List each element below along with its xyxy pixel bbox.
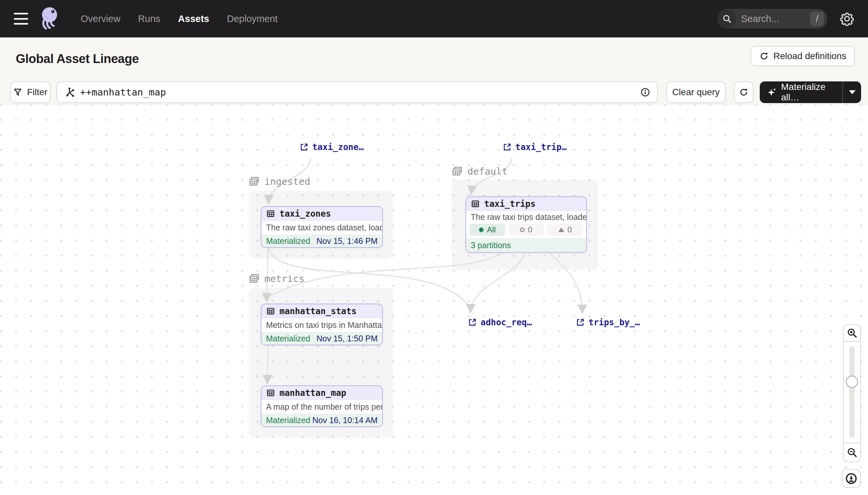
zoom-out-icon [846, 447, 857, 458]
download-view-button[interactable] [842, 469, 861, 488]
external-link-icon [502, 142, 512, 152]
failed-triangle-icon [558, 227, 564, 232]
asset-title: manhattan_stats [280, 306, 357, 316]
zoom-in-button[interactable] [843, 324, 861, 341]
reload-definitions-label: Reload definitions [773, 51, 846, 62]
asset-node-taxi-zones[interactable]: taxi_zones The raw taxi zones dataset, l… [261, 206, 383, 248]
download-icon [845, 472, 857, 485]
partition-pill-failed: 0 [547, 224, 583, 236]
group-icon [452, 166, 463, 177]
refresh-icon [739, 87, 749, 97]
primary-nav: Overview Runs Assets Deployment [81, 14, 278, 24]
asset-title: manhattan_map [280, 388, 347, 398]
table-icon [266, 388, 275, 397]
asset-selection-input-box[interactable] [56, 81, 658, 103]
refresh-graph-button[interactable] [734, 81, 754, 103]
asset-status-row: Materialized Nov 15, 1:50 PM [262, 332, 382, 345]
asset-node-header: taxi_trips [466, 197, 586, 211]
asset-node-manhattan-stats[interactable]: manhattan_stats Metrics on taxi trips in… [261, 304, 383, 345]
zoom-slider-track[interactable] [849, 346, 854, 438]
materialize-all-label: Materialize all… [781, 82, 843, 103]
global-search[interactable]: / [718, 9, 827, 29]
group-icon [249, 273, 260, 284]
search-shortcut-badge: / [810, 12, 824, 26]
zoom-slider-handle[interactable] [846, 376, 858, 388]
asset-node-manhattan-map[interactable]: manhattan_map A map of the number of tri… [261, 386, 383, 427]
group-label-metrics[interactable]: metrics [249, 273, 304, 284]
materialize-dropdown-button[interactable] [843, 81, 861, 103]
dagster-logo-icon[interactable] [37, 5, 62, 33]
filter-funnel-icon [13, 87, 23, 97]
group-name: ingested [264, 176, 310, 187]
nav-link-assets[interactable]: Assets [178, 14, 209, 24]
page-header: Global Asset Lineage Reload definitions … [0, 37, 868, 104]
zoom-out-button[interactable] [843, 443, 861, 462]
missing-ring-icon [520, 227, 525, 232]
group-label-default[interactable]: default [452, 166, 508, 177]
table-icon [471, 199, 480, 208]
external-link-icon [468, 318, 477, 327]
nav-link-runs[interactable]: Runs [138, 14, 160, 24]
status-badge: Materialized [266, 236, 310, 246]
group-label-ingested[interactable]: ingested [249, 176, 310, 187]
dagster-app: Overview Runs Assets Deployment / Global… [0, 0, 868, 495]
asset-status-row: Materialized Nov 16, 10:14 AM [262, 414, 382, 426]
hamburger-menu-icon[interactable] [14, 13, 28, 24]
query-info-icon[interactable] [640, 87, 651, 98]
external-link-icon [300, 142, 309, 152]
asset-status-row: Materialized Nov 15, 1:46 PM [262, 235, 382, 247]
settings-gear-icon[interactable] [839, 11, 855, 27]
partition-pill-count: 0 [568, 225, 572, 234]
group-icon [249, 176, 260, 187]
asset-title: taxi_trips [484, 199, 536, 209]
zoom-in-icon [846, 327, 857, 338]
reload-definitions-button[interactable]: Reload definitions [750, 46, 855, 66]
asset-selection-input[interactable] [80, 87, 640, 98]
partition-pill-missing: 0 [508, 224, 544, 236]
external-link-icon [576, 318, 585, 327]
materialized-dot-icon [479, 227, 483, 232]
asset-selection-icon [64, 87, 75, 98]
materialization-timestamp: Nov 16, 10:14 AM [312, 415, 377, 425]
materialization-timestamp: Nov 15, 1:46 PM [317, 236, 377, 246]
group-name: metrics [264, 273, 304, 284]
asset-node-taxi-trips[interactable]: taxi_trips The raw taxi trips dataset, l… [465, 196, 587, 253]
asset-title: taxi_zones [280, 209, 331, 219]
group-name: default [467, 166, 508, 177]
materialize-all-button[interactable]: Materialize all… [760, 81, 843, 103]
asset-link-taxi-zone[interactable]: taxi_zone… [300, 142, 364, 152]
asset-link-adhoc-req[interactable]: adhoc_req… [468, 318, 532, 327]
status-badge: Materialized [266, 415, 310, 425]
asset-node-header: taxi_zones [262, 207, 382, 221]
chevron-down-icon [849, 90, 855, 94]
nav-link-deployment[interactable]: Deployment [227, 14, 278, 24]
asset-description: The raw taxi zones dataset, loaded int..… [262, 221, 382, 235]
partitions-count: 3 partitions [471, 241, 511, 250]
asset-link-label: trips_by_… [588, 318, 640, 327]
asset-description: The raw taxi trips dataset, loaded into … [466, 211, 586, 223]
reload-icon [759, 51, 769, 61]
nav-link-overview[interactable]: Overview [81, 14, 120, 24]
asset-link-label: taxi_trip… [515, 142, 567, 152]
asset-description: A map of the number of trips per taxi z.… [262, 400, 382, 414]
asset-link-label: adhoc_req… [481, 318, 532, 327]
page-title: Global Asset Lineage [16, 52, 139, 66]
table-icon [266, 307, 275, 316]
lineage-graph-canvas[interactable]: ingested default metrics [0, 104, 868, 495]
partitions-footer: 3 partitions [466, 238, 586, 252]
clear-query-button[interactable]: Clear query [666, 81, 726, 103]
clear-query-label: Clear query [672, 87, 720, 98]
table-icon [266, 209, 275, 218]
partition-pill-materialized: All [470, 224, 505, 236]
search-input[interactable] [741, 14, 810, 24]
filter-button[interactable]: Filter [10, 81, 51, 103]
asset-node-header: manhattan_map [262, 386, 382, 400]
materialize-all-split-button: Materialize all… [760, 81, 861, 103]
asset-link-taxi-trip[interactable]: taxi_trip… [502, 142, 567, 152]
asset-description: Metrics on taxi trips in Manhattan [262, 318, 382, 332]
partition-health-row: All 0 0 [466, 223, 586, 238]
status-badge: Materialized [266, 334, 310, 343]
asset-link-trips-by[interactable]: trips_by_… [576, 318, 640, 327]
zoom-slider[interactable] [843, 341, 861, 443]
asset-node-header: manhattan_stats [262, 304, 382, 318]
